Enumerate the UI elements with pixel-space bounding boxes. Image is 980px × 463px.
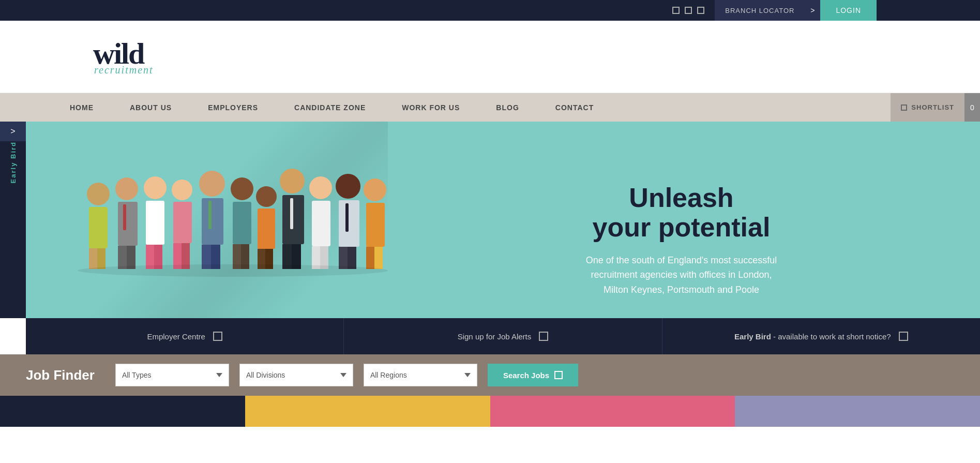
svg-rect-21	[233, 202, 251, 244]
svg-rect-39	[348, 247, 356, 269]
svg-point-4	[115, 177, 138, 200]
svg-rect-7	[127, 246, 135, 269]
shortlist-button[interactable]: SHORTLIST	[891, 93, 964, 122]
svg-point-36	[336, 174, 360, 199]
hero-subtitle: One of the south of England's most succe…	[578, 253, 785, 297]
nav-item-work[interactable]: WORK FOR US	[384, 93, 478, 122]
top-bar-spacer	[877, 0, 980, 21]
social-icons	[672, 7, 715, 14]
job-alerts-label: Sign up for Job Alerts	[458, 332, 532, 341]
svg-point-8	[144, 176, 167, 199]
facebook-icon[interactable]	[672, 7, 680, 14]
job-finder-title: Job Finder	[26, 367, 95, 383]
strip-purple	[735, 396, 980, 427]
svg-rect-37	[339, 200, 359, 247]
svg-rect-41	[366, 203, 385, 247]
svg-point-24	[256, 186, 277, 207]
svg-point-32	[309, 176, 332, 199]
early-bird-strong: Early Bird	[734, 332, 771, 341]
svg-point-12	[172, 180, 192, 200]
login-button[interactable]: LOGIN	[820, 0, 877, 21]
top-bar: BRANCH LOCATOR > LOGIN	[0, 0, 980, 21]
svg-point-28	[280, 169, 305, 193]
svg-point-16	[199, 171, 225, 197]
svg-rect-1	[89, 207, 108, 248]
shortlist-count: 0	[964, 93, 980, 122]
svg-rect-42	[366, 247, 374, 269]
branch-locator-button[interactable]: BRANCH LOCATOR	[715, 0, 805, 21]
shortlist-icon	[901, 104, 907, 111]
svg-point-20	[231, 177, 253, 200]
job-alerts-icon	[539, 332, 548, 341]
nav-item-about[interactable]: ABOUT US	[112, 93, 190, 122]
early-bird-label: Early Bird	[9, 141, 17, 191]
svg-rect-38	[339, 247, 348, 269]
job-region-select[interactable]: All Regions London Milton Keynes Portsmo…	[364, 364, 477, 386]
logo-recruitment-text: recruitment	[94, 65, 154, 75]
job-division-select[interactable]: All Divisions Finance IT Sales Marketing	[239, 364, 353, 386]
twitter-icon[interactable]	[685, 7, 692, 14]
svg-rect-6	[118, 246, 127, 269]
early-bird-arrow-icon: >	[0, 122, 26, 141]
employer-centre-icon	[213, 332, 222, 341]
search-icon	[554, 371, 563, 379]
strip-yellow	[245, 396, 490, 427]
hero-title: Unleashyour potential	[593, 183, 771, 242]
svg-rect-45	[208, 201, 212, 229]
logo[interactable]: wild recruitment	[93, 39, 154, 75]
branch-arrow-icon[interactable]: >	[805, 0, 820, 21]
svg-rect-17	[202, 198, 223, 245]
early-bird-item[interactable]: Early Bird - available to work at short …	[662, 318, 980, 354]
svg-point-0	[87, 183, 110, 205]
job-alerts-item[interactable]: Sign up for Job Alerts	[344, 318, 662, 354]
svg-rect-33	[312, 201, 330, 246]
header: wild recruitment	[0, 21, 980, 93]
svg-rect-13	[173, 202, 192, 243]
employer-centre-label: Employer Centre	[147, 332, 205, 341]
svg-rect-5	[118, 202, 138, 246]
bottom-bar: Employer Centre Sign up for Job Alerts E…	[26, 318, 980, 354]
svg-rect-3	[97, 248, 105, 269]
job-finder: Job Finder All Types Permanent Temporary…	[0, 354, 980, 396]
navigation: HOME ABOUT US EMPLOYERS CANDIDATE ZONE W…	[0, 93, 980, 122]
early-bird-sidebar[interactable]: > Early Bird	[0, 122, 26, 318]
strip-dark	[0, 396, 245, 427]
nav-item-candidate[interactable]: CANDIDATE ZONE	[276, 93, 384, 122]
svg-rect-9	[146, 201, 164, 245]
svg-rect-43	[374, 247, 383, 269]
svg-rect-25	[258, 208, 275, 249]
nav-right: SHORTLIST 0	[891, 93, 980, 122]
nav-item-employers[interactable]: EMPLOYERS	[190, 93, 276, 122]
strip-pink	[490, 396, 735, 427]
nav-item-contact[interactable]: CONTACT	[537, 93, 612, 122]
nav-item-blog[interactable]: BLOG	[478, 93, 537, 122]
hero-text: Unleashyour potential One of the south o…	[403, 162, 980, 318]
svg-rect-46	[290, 198, 293, 229]
early-bird-item-icon	[899, 332, 908, 341]
employer-centre-item[interactable]: Employer Centre	[26, 318, 344, 354]
color-strips	[0, 396, 980, 427]
svg-rect-47	[345, 203, 349, 232]
svg-point-40	[364, 178, 386, 201]
hero-illustration	[52, 132, 403, 318]
hero-section: Unleashyour potential One of the south o…	[0, 122, 980, 318]
svg-point-48	[78, 264, 388, 277]
nav-item-home[interactable]: HOME	[52, 93, 112, 122]
early-bird-item-label: Early Bird - available to work at short …	[734, 332, 891, 341]
linkedin-icon[interactable]	[697, 7, 704, 14]
svg-rect-44	[123, 204, 126, 230]
nav-items: HOME ABOUT US EMPLOYERS CANDIDATE ZONE W…	[0, 93, 891, 122]
search-jobs-button[interactable]: Search Jobs	[488, 364, 578, 386]
svg-rect-2	[89, 248, 97, 269]
search-jobs-label: Search Jobs	[503, 371, 549, 380]
job-type-select[interactable]: All Types Permanent Temporary Contract	[115, 364, 229, 386]
shortlist-label: SHORTLIST	[911, 103, 954, 111]
